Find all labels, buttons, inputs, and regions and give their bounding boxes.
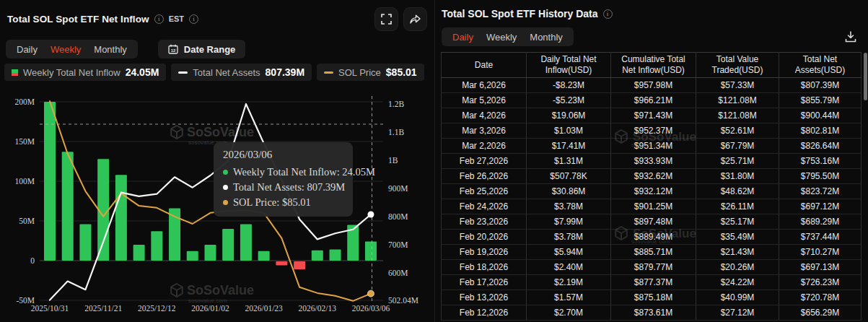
tooltip-row: SOL Price: $85.01: [223, 195, 343, 210]
axis-tick-label: 800M: [388, 212, 408, 221]
value-cell: $932.12M: [611, 184, 696, 199]
legend-label: Total Net Assets: [193, 67, 260, 78]
value-cell: $3.78M: [527, 230, 611, 245]
date-cell: Mar 2,2026: [442, 139, 527, 154]
inflow-bar[interactable]: [44, 102, 56, 261]
inflow-bar[interactable]: [62, 152, 74, 261]
value-cell: $697.12M: [779, 199, 862, 214]
inflow-bar[interactable]: [204, 245, 216, 261]
value-cell: $57.33M: [696, 78, 779, 93]
inflow-bar[interactable]: [330, 250, 341, 261]
inflow-bar[interactable]: [187, 251, 198, 261]
axis-tick-label: 0: [30, 256, 35, 265]
legend-item[interactable]: Weekly Total Net Inflow24.05M: [4, 64, 166, 81]
value-cell: $27.12M: [696, 305, 779, 321]
axis-tick-label: 2026/03/06: [352, 304, 390, 313]
value-cell: $25.71M: [696, 154, 779, 169]
share-icon: [409, 14, 421, 25]
inflow-bar[interactable]: [79, 224, 91, 261]
date-cell: Feb 12,2026: [442, 305, 527, 321]
tab-weekly[interactable]: Weekly: [44, 44, 87, 55]
value-cell: -$8.23M: [527, 78, 611, 93]
axis-tick-label: 2026/01/23: [245, 304, 283, 313]
value-cell: $710.27M: [779, 245, 862, 260]
axis-tick-label: 1.2B: [388, 100, 404, 108]
date-range-button[interactable]: 12 Date Range: [158, 40, 246, 58]
fullscreen-icon: [381, 14, 392, 25]
info-icon[interactable]: i: [603, 9, 613, 19]
tooltip-text: Weekly Total Net Inflow: 24.05M: [233, 165, 375, 180]
axis-tick-label: 1B: [388, 156, 398, 165]
table-row: Feb 23,2026$7.99M$897.48M$25.17M$689.29M: [442, 214, 862, 230]
sosovalue-watermark: SoSoValuesosovalue.com: [171, 283, 254, 304]
table-row: Feb 20,2026$3.78M$889.49M$35.49M$737.44M: [442, 230, 862, 245]
value-cell: $901.25M: [611, 199, 696, 214]
legend-value: 807.39M: [266, 66, 304, 78]
date-cell: Feb 20,2026: [442, 230, 527, 245]
axis-tick-label: 100M: [15, 177, 35, 186]
table-row: Feb 19,2026$5.94M$885.71M$21.43M$710.27M: [442, 245, 862, 260]
tab-monthly[interactable]: Monthly: [87, 44, 133, 55]
inflow-bar[interactable]: [222, 229, 234, 261]
inflow-bar[interactable]: [115, 175, 127, 261]
value-cell: $2.40M: [527, 260, 611, 275]
info-icon[interactable]: i: [154, 14, 164, 24]
net-inflow-chart-panel: SoSoValuesosovalue.comSoSoValuesosovalue…: [0, 0, 433, 322]
value-cell: $17.41M: [527, 139, 611, 154]
table-row: Mar 5,2026-$5.23M$966.21M$121.08M$855.79…: [442, 93, 862, 108]
svg-text:SoSoValue: SoSoValue: [187, 125, 254, 139]
value-cell: $873.61M: [611, 305, 696, 321]
date-cell: Feb 17,2026: [442, 275, 527, 290]
value-cell: $507.78K: [527, 169, 611, 184]
value-cell: $889.49M: [611, 230, 696, 245]
history-tab-monthly[interactable]: Monthly: [523, 32, 569, 43]
white-dot-icon: [223, 185, 228, 190]
value-cell: $5.94M: [527, 245, 611, 260]
date-cell: Feb 18,2026: [442, 260, 527, 275]
tab-daily[interactable]: Daily: [10, 44, 44, 55]
value-cell: $25.17M: [696, 214, 779, 230]
fullscreen-button[interactable]: [374, 7, 398, 31]
inflow-bar[interactable]: [240, 224, 252, 261]
info-icon[interactable]: i: [189, 14, 198, 24]
tooltip-row: Total Net Assets: 807.39M: [223, 180, 343, 195]
column-header: Total Value Traded(USD): [696, 53, 779, 78]
value-cell: $21.43M: [696, 245, 779, 260]
table-scrollbar[interactable]: [864, 53, 867, 100]
date-cell: Feb 19,2026: [442, 245, 527, 260]
legend-item[interactable]: SOL Price$85.01: [317, 64, 424, 81]
axis-tick-label: 700M: [388, 240, 408, 249]
inflow-bar[interactable]: [133, 245, 145, 261]
orange-dot-icon: [223, 200, 228, 205]
value-cell: $875.18M: [611, 290, 696, 305]
column-header: Date: [442, 53, 527, 78]
download-button[interactable]: [843, 29, 859, 45]
chart-title: Total SOL Spot ETF Net Inflow: [7, 14, 149, 25]
value-cell: $1.31M: [527, 154, 611, 169]
value-cell: $951.34M: [611, 139, 696, 154]
value-cell: $753.16M: [779, 154, 862, 169]
svg-text:12: 12: [170, 48, 175, 53]
inflow-bar[interactable]: [151, 231, 162, 261]
inflow-bar[interactable]: [312, 251, 323, 261]
history-tab-daily[interactable]: Daily: [446, 32, 480, 43]
value-cell: $877.37M: [611, 275, 696, 290]
inflow-bar[interactable]: [258, 251, 270, 261]
history-tab-weekly[interactable]: Weekly: [480, 32, 523, 43]
legend-item[interactable]: Total Net Assets807.39M: [171, 64, 312, 81]
history-table: DateDaily Total Net Inflow(USD)Cumulativ…: [441, 52, 862, 321]
history-data-panel: Total SOL Spot ETF History Data i DailyW…: [434, 0, 868, 322]
value-cell: $900.44M: [779, 108, 862, 123]
share-button[interactable]: [403, 7, 427, 31]
value-cell: $35.49M: [696, 230, 779, 245]
date-cell: Feb 13,2026: [442, 290, 527, 305]
inflow-bar[interactable]: [276, 261, 287, 266]
inflow-bar[interactable]: [294, 261, 305, 269]
value-cell: $807.39M: [779, 78, 862, 93]
value-cell: $697.13M: [779, 260, 862, 275]
tooltip-text: Total Net Assets: 807.39M: [233, 180, 345, 195]
tooltip-text: SOL Price: $85.01: [233, 195, 311, 210]
axis-tick-label: 200M: [15, 97, 35, 106]
inflow-bar[interactable]: [365, 242, 377, 261]
legend-value: 24.05M: [126, 66, 159, 78]
